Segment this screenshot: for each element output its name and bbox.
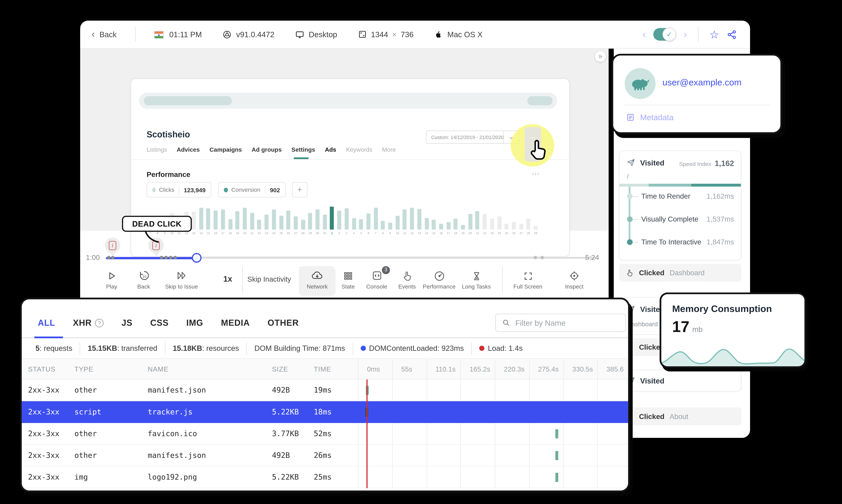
- network-request-row-selected[interactable]: 2xx-3xxscripttracker.js5.22KB18ms: [22, 401, 628, 423]
- timeline-playhead[interactable]: [192, 253, 201, 263]
- chart-bar: [344, 209, 348, 230]
- chart-x-label: 23: [490, 231, 494, 235]
- chart-bar: [359, 219, 363, 230]
- chart-bar: [301, 220, 305, 230]
- performance-panel-button[interactable]: Performance: [421, 268, 458, 294]
- inspect-button[interactable]: Inspect: [556, 268, 593, 294]
- metadata-button[interactable]: Metadata: [626, 113, 674, 122]
- full-screen-button[interactable]: Full Screen: [508, 268, 547, 294]
- column-status[interactable]: STATUS: [28, 365, 56, 373]
- resolution-height: 736: [401, 30, 414, 39]
- network-stats-row: 5: requests15.15KB: transferred15.18KB: …: [22, 338, 628, 359]
- site-active-tab-underline: [294, 157, 308, 159]
- divider: [242, 267, 243, 293]
- tab-all[interactable]: ALL: [38, 317, 55, 327]
- stat-value: 5: [36, 344, 40, 353]
- tab-media[interactable]: MEDIA: [221, 317, 250, 327]
- chart-bar-item: 11: [401, 200, 408, 235]
- network-request-row[interactable]: 2xx-3xxothermanifest.json492B19ms: [22, 379, 628, 401]
- chart-bar: [388, 223, 392, 230]
- chart-bar-item: 9: [387, 200, 394, 235]
- chart-bar: [221, 210, 225, 230]
- timeline-remaining-track[interactable]: [196, 257, 595, 259]
- metric-value: 123,949: [184, 186, 211, 193]
- chart-x-label: 22: [483, 231, 486, 235]
- playback-speed-button[interactable]: 1x: [223, 274, 232, 283]
- back-10-icon: 10: [138, 270, 150, 282]
- column-type[interactable]: TYPE: [74, 365, 93, 373]
- events-panel-button[interactable]: Events: [389, 268, 426, 294]
- issue-marker-pin[interactable]: i: [105, 237, 120, 253]
- clicked-event-row[interactable]: Clicked Dashboard: [619, 264, 741, 282]
- tab-img[interactable]: IMG: [186, 317, 203, 327]
- chart-bar: [417, 209, 421, 230]
- waterfall-column-label: 110.1s: [435, 365, 455, 373]
- network-cloud-icon: [311, 269, 323, 282]
- visited-event-card[interactable]: Visited: [619, 370, 741, 391]
- back-button[interactable]: Back: [100, 30, 117, 39]
- chart-x-label: 9: [390, 231, 391, 235]
- column-time[interactable]: TIME: [314, 365, 331, 373]
- collapse-panel-button[interactable]: »: [594, 50, 606, 62]
- chart-bar-item: 14: [198, 200, 205, 235]
- resolution-x: ×: [392, 30, 397, 39]
- help-icon[interactable]: ?: [95, 319, 104, 327]
- chart-bar: [410, 208, 414, 230]
- chart-bar-item: 13: [416, 200, 423, 235]
- chart-bar-item: 15: [205, 200, 212, 235]
- autoplay-toggle[interactable]: ✓: [653, 28, 676, 41]
- stat-text: : requests: [40, 344, 72, 353]
- chart-bar-item: 25: [277, 200, 285, 235]
- skip-to-issue-button[interactable]: Skip to Issue: [161, 268, 202, 294]
- chart-x-label: 8: [382, 231, 383, 235]
- favorite-star-icon[interactable]: ☆: [709, 29, 719, 40]
- chart-bar: [432, 220, 436, 230]
- long-tasks-panel-button[interactable]: Long Tasks: [457, 268, 496, 294]
- chart-x-label: 4: [353, 231, 355, 235]
- chart-bar-item: 14: [423, 200, 430, 235]
- skip-inactivity-toggle[interactable]: Skip Inactivity: [247, 275, 291, 283]
- chart-x-label: 21: [250, 231, 254, 235]
- back-10s-button[interactable]: 10 Back: [125, 268, 162, 294]
- site-skeleton-pill: [144, 96, 232, 105]
- tab-js[interactable]: JS: [122, 317, 132, 327]
- next-session-icon[interactable]: ›: [683, 29, 687, 39]
- chart-x-label: 29: [534, 231, 537, 235]
- chart-bar-item: 27: [292, 200, 299, 235]
- memory-unit: mb: [692, 325, 702, 334]
- network-stat: 15.15KB: transferred: [80, 342, 165, 355]
- network-request-row[interactable]: 2xx-3xximglogo192.png5.22KB25ms: [22, 466, 628, 488]
- chart-bar: [403, 210, 407, 230]
- tab-other[interactable]: OTHER: [268, 317, 299, 327]
- site-bar-chart: 7891011121314151617181920212223242526272…: [146, 200, 539, 235]
- site-skeleton-pill: [527, 96, 553, 105]
- chart-x-label: 25: [505, 231, 508, 235]
- chart-bar: [207, 209, 211, 230]
- chart-x-label: 18: [454, 231, 458, 235]
- network-request-row[interactable]: 2xx-3xxothermanifest.json492B26ms: [22, 445, 628, 466]
- column-size[interactable]: SIZE: [272, 365, 288, 373]
- chart-bar: [454, 218, 458, 230]
- divider: [131, 159, 569, 160]
- clicked-event-row[interactable]: Clicked About: [619, 408, 741, 425]
- previous-session-icon[interactable]: ‹: [642, 29, 646, 39]
- chart-bar-item: 10: [394, 200, 401, 235]
- visited-event-card[interactable]: Visited Speed Index 1,162 / Time to Rend…: [619, 150, 741, 260]
- chart-bar-item: 27: [518, 200, 525, 235]
- chart-bar: [490, 218, 494, 230]
- waterfall-column-label: 55s: [401, 365, 412, 373]
- metric-value: 902: [270, 186, 285, 193]
- tab-xhr[interactable]: XHR?: [73, 317, 104, 327]
- share-icon[interactable]: [727, 29, 738, 40]
- network-request-row[interactable]: 2xx-3xxotherfavicon.ico3.77KB52ms: [22, 423, 628, 445]
- toggle-check-icon: ✓: [662, 28, 676, 41]
- timing-dot: [627, 194, 632, 199]
- back-chevron-icon[interactable]: ‹: [92, 29, 95, 40]
- filter-input[interactable]: [515, 319, 613, 327]
- site-nav-tabs: ListingsAdvicesCampaignsAd groupsSetting…: [146, 146, 396, 153]
- site-tab-keywords: Keywords: [346, 146, 373, 153]
- tab-css[interactable]: CSS: [150, 317, 168, 327]
- play-button[interactable]: Play: [93, 268, 130, 294]
- timeline-progress-track[interactable]: [106, 257, 196, 259]
- column-name[interactable]: NAME: [148, 365, 168, 373]
